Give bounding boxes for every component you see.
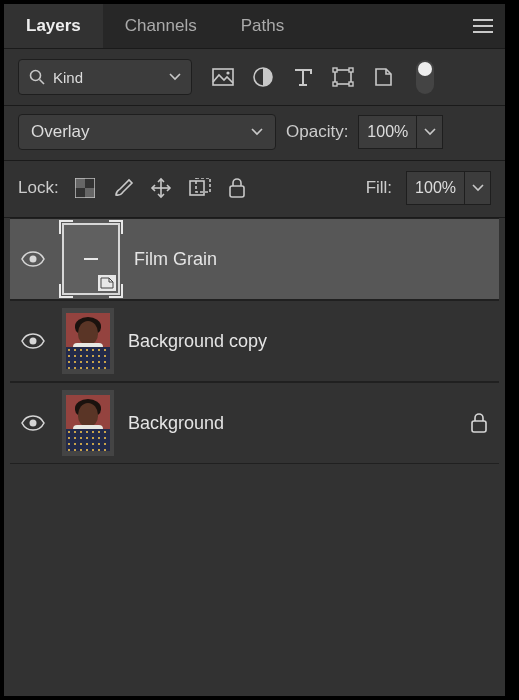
layer-visibility-toggle[interactable] (18, 415, 48, 431)
smart-object-icon (373, 67, 393, 87)
svg-rect-10 (349, 68, 353, 72)
filter-type-label: Kind (53, 69, 83, 86)
layers-list: Film Grain Background copy Background (4, 218, 505, 696)
filter-toggle-switch[interactable] (416, 60, 434, 94)
chevron-down-icon (424, 128, 436, 136)
checkerboard-icon (75, 178, 95, 198)
tab-layers[interactable]: Layers (4, 4, 103, 48)
lock-position-button[interactable] (149, 176, 173, 200)
smart-object-badge-icon (98, 275, 116, 291)
layer-name-label[interactable]: Film Grain (134, 249, 217, 270)
lock-row: Lock: Fill: 100% (4, 161, 505, 218)
svg-rect-20 (230, 186, 244, 197)
filter-adjustment-layers-button[interactable] (252, 66, 274, 88)
svg-rect-5 (213, 69, 233, 85)
layer-thumbnail[interactable] (62, 390, 114, 456)
lock-artboard-nesting-button[interactable] (187, 176, 211, 200)
filter-type-layers-button[interactable] (292, 66, 314, 88)
svg-point-22 (30, 338, 37, 345)
move-icon (150, 177, 172, 199)
blend-mode-value: Overlay (31, 122, 90, 142)
shape-icon (332, 67, 354, 87)
eye-icon (21, 415, 45, 431)
fill-dropdown-button[interactable] (465, 171, 491, 205)
svg-point-23 (30, 420, 37, 427)
chevron-down-icon (251, 128, 263, 136)
layer-thumbnail[interactable] (62, 223, 120, 295)
svg-point-21 (30, 256, 37, 263)
fill-field[interactable]: 100% (406, 171, 465, 205)
tab-channels[interactable]: Channels (103, 4, 219, 48)
filter-row: Kind (4, 48, 505, 106)
menu-icon (473, 19, 493, 33)
image-icon (212, 68, 234, 86)
svg-rect-11 (333, 82, 337, 86)
layer-name-label[interactable]: Background copy (128, 331, 267, 352)
layer-visibility-toggle[interactable] (18, 333, 48, 349)
lock-image-pixels-button[interactable] (111, 176, 135, 200)
artboard-icon (187, 178, 211, 198)
fill-label: Fill: (366, 178, 392, 198)
svg-rect-15 (85, 188, 95, 198)
svg-line-4 (40, 80, 45, 85)
eye-icon (21, 251, 45, 267)
eye-icon (21, 333, 45, 349)
filter-shape-layers-button[interactable] (332, 66, 354, 88)
opacity-label: Opacity: (286, 122, 348, 142)
filter-smart-object-button[interactable] (372, 66, 394, 88)
svg-point-6 (226, 71, 229, 74)
portrait-thumbnail-image (66, 395, 110, 451)
portrait-thumbnail-image (66, 313, 110, 369)
layer-row[interactable]: Background copy (10, 300, 499, 382)
brush-icon (112, 177, 134, 199)
lock-all-button[interactable] (225, 176, 249, 200)
lock-icon (228, 178, 246, 198)
layer-thumbnail[interactable] (62, 308, 114, 374)
svg-rect-19 (196, 178, 210, 192)
panel-tab-bar: Layers Channels Paths (4, 4, 505, 48)
filter-type-dropdown[interactable]: Kind (18, 59, 192, 95)
svg-rect-12 (349, 82, 353, 86)
svg-point-3 (31, 71, 41, 81)
layer-visibility-toggle[interactable] (18, 251, 48, 267)
filter-pixel-layers-button[interactable] (212, 66, 234, 88)
opacity-dropdown-button[interactable] (417, 115, 443, 149)
chevron-down-icon (472, 184, 484, 192)
tab-paths[interactable]: Paths (219, 4, 306, 48)
layer-name-label[interactable]: Background (128, 413, 224, 434)
lock-icon (469, 412, 489, 434)
search-icon (29, 69, 45, 85)
layer-row[interactable]: Film Grain (10, 218, 499, 300)
layers-panel: Layers Channels Paths Kind (4, 4, 505, 696)
svg-rect-18 (190, 181, 204, 195)
opacity-field[interactable]: 100% (358, 115, 417, 149)
svg-rect-24 (472, 421, 486, 432)
layer-row[interactable]: Background (10, 382, 499, 464)
blend-row: Overlay Opacity: 100% (4, 106, 505, 161)
svg-rect-14 (75, 178, 85, 188)
adjustment-icon (253, 67, 273, 87)
type-icon (293, 68, 313, 86)
chevron-down-icon (169, 73, 181, 81)
svg-rect-9 (333, 68, 337, 72)
panel-menu-button[interactable] (461, 4, 505, 48)
blend-mode-dropdown[interactable]: Overlay (18, 114, 276, 150)
lock-transparency-button[interactable] (73, 176, 97, 200)
lock-label: Lock: (18, 178, 59, 198)
